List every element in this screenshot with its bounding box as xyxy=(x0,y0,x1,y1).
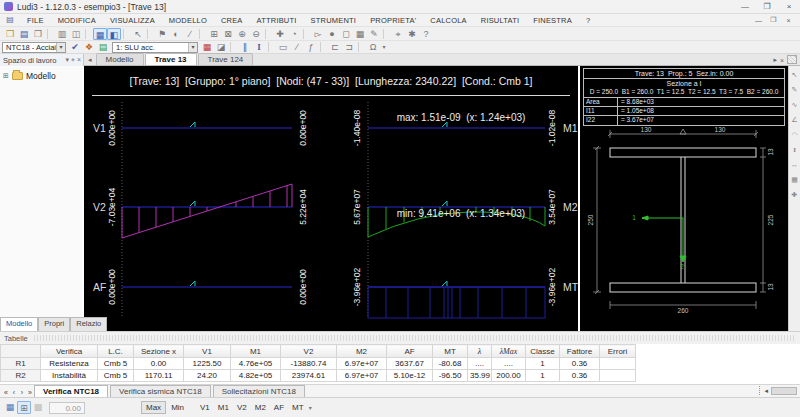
doc-tab-trave-13[interactable]: Trave 13 xyxy=(145,53,197,65)
grid-icon[interactable]: ▦ xyxy=(353,28,367,40)
save-icon[interactable]: ▤ xyxy=(17,28,31,40)
calc-error-icon[interactable]: ▦ xyxy=(200,41,214,53)
whatsthis-icon[interactable]: ↖ xyxy=(131,28,145,40)
function-icon[interactable]: ƒ xyxy=(304,41,318,53)
max-button[interactable]: Max xyxy=(141,401,166,414)
zoom-extents-icon[interactable]: ⊠ xyxy=(221,28,235,40)
bracket-close-icon[interactable]: ⊐ xyxy=(342,41,356,53)
materials-icon[interactable]: ❖ xyxy=(82,41,96,53)
grid-icon[interactable]: ▦ xyxy=(791,176,798,184)
menu-crea[interactable]: CREA xyxy=(214,16,250,25)
select-arrow-icon[interactable]: ↖ xyxy=(792,71,798,79)
overflow-icon[interactable]: ▾ xyxy=(309,404,312,411)
chevron-down-icon[interactable]: ▾ xyxy=(188,43,197,52)
scroll-left-icon[interactable]: ◂ xyxy=(764,387,768,395)
close-tab-icon[interactable]: × xyxy=(780,57,784,64)
arc-icon[interactable]: ◠ xyxy=(791,131,797,139)
diagram-plot-svg[interactable] xyxy=(84,66,578,331)
tree-expander-icon[interactable]: ⊞ xyxy=(3,72,9,80)
tree-item-modello[interactable]: ⊞ Modello xyxy=(3,71,56,81)
ibeam-icon[interactable]: I xyxy=(252,41,266,53)
panel-tab-relazione[interactable]: Relazio xyxy=(70,317,107,331)
select-icon[interactable]: ▻ xyxy=(311,28,325,40)
tables-dock-header[interactable]: Tabelle xyxy=(0,331,800,344)
scroll-thumb[interactable] xyxy=(771,387,797,395)
pin-icon[interactable]: ⌖ xyxy=(391,28,405,40)
bracket-open-icon[interactable]: ⊏ xyxy=(328,41,342,53)
chevron-down-icon[interactable]: ▾ xyxy=(65,56,69,64)
help-icon[interactable]: ? xyxy=(419,28,433,40)
frame-icon[interactable]: ◻ xyxy=(339,28,353,40)
filter-icon[interactable]: ▩ xyxy=(31,401,45,414)
model-check-icon[interactable]: ✔ xyxy=(68,41,82,53)
doc-tab-trave-124[interactable]: Trave 124 xyxy=(198,53,254,65)
shaded-view-icon[interactable]: ◧ xyxy=(107,28,121,40)
panel-tab-modello[interactable]: Modello xyxy=(0,317,38,331)
dimension-icon[interactable]: ↔ xyxy=(791,161,798,169)
menu-modello[interactable]: MODELLO xyxy=(162,16,214,25)
overflow-icon[interactable]: ▾ xyxy=(380,41,388,53)
orbit-icon[interactable]: ◔ xyxy=(287,28,301,40)
next-tab-button[interactable]: › xyxy=(18,389,26,397)
toggle-mt[interactable]: MT xyxy=(289,402,307,413)
toggle-af[interactable]: AF xyxy=(271,402,287,413)
menu-risultati[interactable]: RISULTATI xyxy=(474,16,526,25)
line-icon[interactable]: ∕ xyxy=(183,28,197,40)
toggle-v1[interactable]: V1 xyxy=(197,402,213,413)
angle-icon[interactable]: ∠ xyxy=(791,116,797,124)
zoom-out-icon[interactable]: ⊖ xyxy=(249,28,263,40)
splitter[interactable] xyxy=(82,66,84,331)
tab-nav-left-icon[interactable]: ◂ xyxy=(88,56,92,64)
pin-icon[interactable]: ⌖ xyxy=(71,56,75,64)
toggle-v2[interactable]: V2 xyxy=(234,402,250,413)
mdi-close-button[interactable]: × xyxy=(781,17,796,24)
diagram-view-icon[interactable]: ⊞ xyxy=(17,401,31,414)
toggle-m2[interactable]: M2 xyxy=(252,402,269,413)
open-icon[interactable]: ❒ xyxy=(3,28,17,40)
restore-button[interactable]: ❐ xyxy=(756,2,778,11)
settings-icon[interactable]: ✱ xyxy=(405,28,419,40)
close-button[interactable]: × xyxy=(778,2,800,11)
minimize-button[interactable]: — xyxy=(734,2,756,11)
column-icon[interactable]: ∥ xyxy=(238,41,252,53)
fill-icon[interactable]: ◐ xyxy=(169,28,183,40)
sheet-tab-verifica-ntc18[interactable]: Verifica NTC18 xyxy=(34,385,108,397)
mdi-restore-button[interactable]: ❐ xyxy=(766,16,781,24)
last-tab-button[interactable]: » xyxy=(26,389,34,397)
print-preview-icon[interactable]: ◫ xyxy=(69,28,83,40)
sheet-tab-verifica-sismica-ntc18[interactable]: Verifica sismica NTC18 xyxy=(110,385,211,397)
menu-proprieta[interactable]: PROPRIETA' xyxy=(363,16,423,25)
diagonal-icon[interactable]: ∕ xyxy=(290,41,304,53)
paint-icon[interactable]: ✎ xyxy=(367,28,381,40)
spline-icon[interactable]: ∿ xyxy=(792,101,798,109)
close-icon[interactable]: × xyxy=(77,56,81,64)
pan-icon[interactable]: ✚ xyxy=(273,28,287,40)
copy-icon[interactable]: ❐ xyxy=(31,28,45,40)
splitter[interactable] xyxy=(578,66,580,331)
ibeam-icon[interactable]: I xyxy=(793,146,796,154)
loadcase-combo[interactable]: 1: SLU acc. ▾ xyxy=(112,42,198,53)
menu-strumenti[interactable]: STRUMENTI xyxy=(304,16,364,25)
dock-hatch-handle[interactable] xyxy=(787,55,797,64)
toggle-m1[interactable]: M1 xyxy=(215,402,232,413)
menu-calcola[interactable]: CALCOLA xyxy=(423,16,473,25)
sheet-tab-sollecitazioni-ntc18[interactable]: Sollecitazioni NTC18 xyxy=(213,385,305,397)
wireframe-view-icon[interactable]: ▦ xyxy=(93,28,107,40)
first-tab-button[interactable]: « xyxy=(2,389,10,397)
menu-finestra[interactable]: FINESTRA xyxy=(526,16,579,25)
omega-icon[interactable]: Ω xyxy=(366,41,380,53)
scroll-right-icon[interactable]: ▸ xyxy=(773,56,777,64)
menu-help[interactable]: ? xyxy=(579,16,597,25)
flag-icon[interactable]: ⚑ xyxy=(155,28,169,40)
menu-visualizza[interactable]: VISUALIZZA xyxy=(103,16,162,25)
zoom-window-icon[interactable]: ⊞ xyxy=(207,28,221,40)
mdi-minimize-button[interactable]: — xyxy=(751,17,766,24)
axes-icon[interactable]: ✚ xyxy=(792,191,798,199)
prev-tab-button[interactable]: ‹ xyxy=(10,389,18,397)
zoom-in-icon[interactable]: ⊕ xyxy=(235,28,249,40)
sphere-icon[interactable]: ● xyxy=(325,28,339,40)
menu-attributi[interactable]: ATTRIBUTI xyxy=(250,16,304,25)
sections-icon[interactable]: ▤ xyxy=(96,41,110,53)
results-book-icon[interactable]: ◪ xyxy=(214,41,228,53)
pencil-icon[interactable]: ✎ xyxy=(792,86,798,94)
